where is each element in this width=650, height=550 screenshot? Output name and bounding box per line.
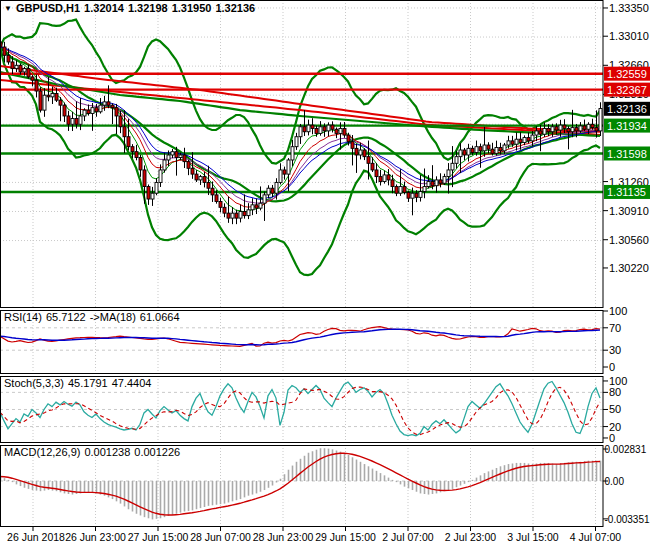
price-badge-label: 1.31934 bbox=[607, 120, 647, 132]
stoch-axis-label: 50 bbox=[609, 403, 621, 415]
stoch-axis-label: 20 bbox=[609, 421, 621, 433]
price-badge-label: 1.31598 bbox=[607, 148, 647, 160]
time-tick-label: 26 Jun 2018 bbox=[7, 531, 65, 543]
main-chart-panel[interactable] bbox=[0, 0, 603, 308]
price-chart-canvas: 1.333501.330101.326601.323101.312601.309… bbox=[0, 0, 650, 550]
price-tick-label: 1.30560 bbox=[609, 234, 649, 246]
stoch-panel[interactable] bbox=[0, 376, 603, 443]
symbol-dropdown-icon[interactable]: ▼ bbox=[4, 4, 12, 13]
price-tick-label: 1.30910 bbox=[609, 205, 649, 217]
price-tick-label: 1.30220 bbox=[609, 262, 649, 274]
time-tick-label: 28 Jun 07:00 bbox=[190, 531, 251, 543]
rsi-axis-label: 70 bbox=[609, 322, 621, 334]
time-tick-label: 26 Jun 23:00 bbox=[65, 531, 126, 543]
stoch-axis-label: 80 bbox=[609, 386, 621, 398]
trading-chart-window: 1.333501.330101.326601.323101.312601.309… bbox=[0, 0, 650, 550]
price-badge-label: 1.32367 bbox=[607, 84, 647, 96]
time-tick-label: 2 Jul 07:00 bbox=[382, 531, 434, 543]
rsi-axis-label: 30 bbox=[609, 344, 621, 356]
time-axis[interactable]: 26 Jun 201826 Jun 23:0027 Jun 15:0028 Ju… bbox=[7, 527, 621, 543]
time-tick-label: 29 Jun 15:00 bbox=[315, 531, 376, 543]
price-badge-label: 1.31135 bbox=[607, 186, 646, 198]
rsi-axis-label: 100 bbox=[609, 305, 627, 317]
macd-axis-label: -0.003351 bbox=[605, 514, 650, 525]
macd-panel[interactable] bbox=[0, 445, 603, 527]
macd-axis-label: 0.00 bbox=[605, 476, 625, 487]
price-tick-label: 1.33010 bbox=[609, 30, 649, 42]
rsi-axis-label: 0 bbox=[609, 361, 615, 373]
time-tick-label: 2 Jul 23:00 bbox=[445, 531, 497, 543]
time-tick-label: 3 Jul 15:00 bbox=[507, 531, 559, 543]
price-tick-label: 1.33350 bbox=[609, 2, 649, 14]
macd-axis-label: 0.002831 bbox=[605, 444, 647, 455]
rsi-panel[interactable] bbox=[0, 310, 603, 374]
time-tick-label: 27 Jun 15:00 bbox=[128, 531, 189, 543]
time-tick-label: 28 Jun 23:00 bbox=[253, 531, 314, 543]
stoch-axis-label: 0 bbox=[609, 432, 615, 444]
price-axis[interactable]: 1.333501.330101.326601.323101.312601.309… bbox=[603, 2, 650, 525]
price-badge-label: 1.32136 bbox=[607, 103, 647, 115]
time-tick-label: 4 Jul 07:00 bbox=[570, 531, 622, 543]
stoch-axis-label: 100 bbox=[609, 375, 627, 387]
price-badge-label: 1.32559 bbox=[607, 68, 647, 80]
